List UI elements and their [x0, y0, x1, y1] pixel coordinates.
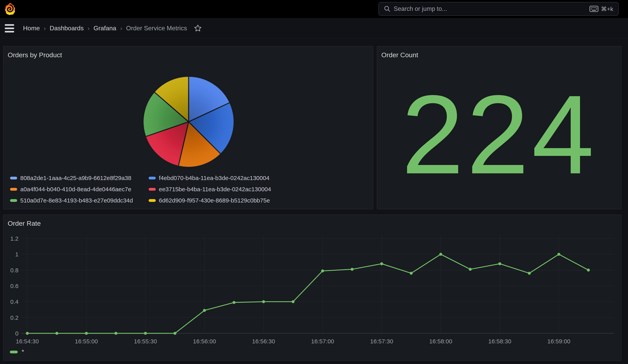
pie-slices [143, 76, 234, 167]
svg-text:16:55:00: 16:55:00 [75, 338, 98, 345]
breadcrumb-separator: › [44, 25, 46, 32]
legend-swatch [149, 188, 156, 191]
breadcrumb-item-grafana[interactable]: Grafana [93, 25, 116, 32]
breadcrumb-item-current: Order Service Metrics [126, 25, 187, 32]
legend-label: 808a2de1-1aaa-4c25-a9b9-6612e8f29a38 [20, 175, 131, 181]
search-placeholder: Search or jump to... [394, 5, 589, 12]
svg-text:16:57:30: 16:57:30 [370, 338, 393, 345]
legend-item[interactable]: a0a4f044-b040-410d-8ead-4de0446aec7e [10, 186, 149, 193]
keyboard-icon [589, 6, 599, 12]
legend-item[interactable]: f4ebd070-b4ba-11ea-b3de-0242ac130004 [149, 175, 271, 181]
legend-item[interactable]: 808a2de1-1aaa-4c25-a9b9-6612e8f29a38 [10, 175, 149, 181]
panel-orders-by-product: Orders by Product 808a2de1-1aaa-4c25-a9b… [3, 46, 373, 209]
svg-text:0.2: 0.2 [10, 314, 18, 321]
pie-legend: 808a2de1-1aaa-4c25-a9b9-6612e8f29a38 f4e… [10, 175, 271, 204]
star-icon[interactable] [194, 24, 202, 32]
legend-swatch [10, 199, 17, 202]
grafana-dashboard: Search or jump to... ⌘+k [0, 0, 628, 364]
svg-text:16:55:30: 16:55:30 [134, 338, 157, 345]
panel-order-count: Order Count 224 [377, 46, 622, 209]
breadcrumb-separator: › [120, 25, 122, 32]
svg-text:16:57:00: 16:57:00 [311, 338, 334, 345]
legend-label: 510a0d7e-8e83-4193-b483-e27e09ddc34d [20, 197, 133, 204]
menu-toggle-icon[interactable] [5, 24, 14, 32]
legend-swatch [149, 199, 156, 202]
panel-title[interactable]: Order Count [381, 51, 418, 59]
legend-swatch [10, 188, 17, 191]
pie-chart[interactable] [139, 73, 238, 171]
svg-text:16:56:00: 16:56:00 [193, 338, 216, 345]
breadcrumb-separator: › [88, 25, 89, 32]
legend-item[interactable]: ee3715be-b4ba-11ea-b3de-0242ac130004 [149, 186, 271, 193]
grafana-logo[interactable] [5, 2, 15, 16]
timeseries-chart[interactable]: 16:54:3016:55:0016:55:3016:56:0016:56:30… [3, 215, 621, 360]
breadcrumb-bar: Home › Dashboards › Grafana › Order Serv… [0, 18, 628, 39]
svg-text:0.8: 0.8 [10, 267, 18, 274]
breadcrumb-item-home[interactable]: Home [23, 25, 40, 32]
svg-text:16:58:30: 16:58:30 [488, 338, 511, 345]
search-shortcut-label: ⌘+k [601, 5, 613, 12]
svg-text:0.6: 0.6 [10, 283, 18, 289]
svg-text:16:59:00: 16:59:00 [547, 338, 570, 345]
legend-label: * [22, 348, 24, 356]
search-input[interactable]: Search or jump to... ⌘+k [378, 2, 619, 16]
svg-text:1: 1 [15, 251, 18, 258]
stat-value: 224 [401, 78, 597, 191]
legend-item[interactable]: 6d62d909-f957-430e-8689-b5129c0bb75e [149, 197, 271, 204]
search-icon [384, 5, 391, 12]
svg-text:0.4: 0.4 [10, 298, 18, 305]
timeseries-legend-item[interactable]: * [10, 348, 24, 356]
panel-order-rate: Order Rate 16:54:3016:55:0016:55:3016:56… [3, 215, 622, 361]
svg-text:16:58:00: 16:58:00 [429, 338, 452, 345]
legend-swatch [10, 177, 17, 179]
svg-text:16:56:30: 16:56:30 [252, 338, 275, 345]
legend-swatch [149, 177, 156, 179]
legend-label: a0a4f044-b040-410d-8ead-4de0446aec7e [20, 186, 131, 193]
legend-item[interactable]: 510a0d7e-8e83-4193-b483-e27e09ddc34d [10, 197, 149, 204]
legend-label: f4ebd070-b4ba-11ea-b3de-0242ac130004 [159, 175, 269, 181]
legend-swatch [10, 351, 18, 353]
breadcrumb-item-dashboards[interactable]: Dashboards [50, 25, 84, 32]
top-navbar: Search or jump to... ⌘+k [0, 0, 628, 18]
legend-label: ee3715be-b4ba-11ea-b3de-0242ac130004 [159, 186, 271, 193]
svg-text:1.2: 1.2 [10, 235, 18, 242]
svg-text:0: 0 [15, 330, 18, 337]
panel-title[interactable]: Orders by Product [8, 51, 62, 59]
legend-label: 6d62d909-f957-430e-8689-b5129c0bb75e [159, 197, 270, 204]
svg-text:16:54:30: 16:54:30 [16, 338, 39, 345]
breadcrumb: Home › Dashboards › Grafana › Order Serv… [23, 25, 187, 32]
